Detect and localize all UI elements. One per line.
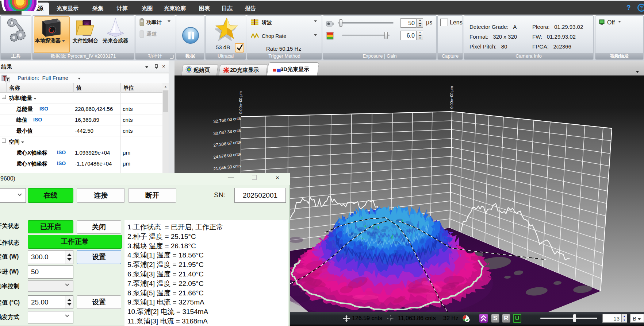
svg-text:0.00e+00 μm: 0.00e+00 μm [238,91,243,114]
svg-text:0.00e+00 μm: 0.00e+00 μm [449,86,454,109]
